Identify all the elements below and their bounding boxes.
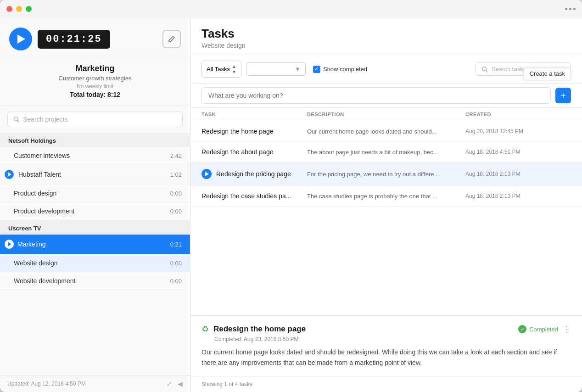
task-table: TASK DESCRIPTION CREATED Redesign the ho… [190, 108, 582, 315]
task-playing-indicator [201, 169, 212, 179]
traffic-lights [6, 6, 32, 12]
project-item-website-development[interactable]: Website development 0:00 [0, 272, 190, 290]
task-description: The about page just needs a bit of makeu… [307, 149, 465, 156]
project-item-marketing[interactable]: Marketing 0:21 [0, 235, 190, 254]
column-header-description: DESCRIPTION [307, 112, 465, 117]
play-triangle-icon [205, 172, 209, 176]
main-panel: Tasks Website design All Tasks ▲ ▼ ▼ [190, 18, 582, 392]
main-header: Tasks Website design [190, 18, 582, 55]
more-options-button[interactable]: ⋮ [563, 324, 571, 334]
filter-value: All Tasks [207, 66, 230, 73]
detail-header: ♻ Redesign the home page ✓ Completed ⋮ [201, 324, 571, 334]
project-time-label: 1:02 [170, 171, 182, 178]
table-row[interactable]: Redesign the home page Our current home … [190, 121, 582, 142]
page-subtitle: Website design [201, 42, 571, 49]
search-tasks-icon [481, 66, 488, 73]
search-projects-input[interactable] [23, 116, 177, 123]
search-icon [13, 116, 19, 123]
project-time-label: 0:00 [170, 260, 182, 267]
edit-icon [168, 35, 175, 43]
group-select[interactable]: ▼ [246, 62, 306, 76]
create-task-tooltip: Create a task [524, 67, 571, 80]
task-created: Aug 20, 2018 12:45 PM [465, 128, 571, 134]
task-created: Aug 18, 2018 4:51 PM [465, 149, 571, 155]
project-item-product-design[interactable]: Product design 0:00 [0, 185, 190, 202]
task-name-cell: Redesign the about page [201, 148, 307, 156]
project-name-label: Hubstaff Talent [18, 171, 170, 178]
group-header-uscreen: Uscreen TV [0, 220, 190, 235]
project-name-label: Customer inteviews [14, 152, 170, 159]
play-triangle [8, 242, 11, 246]
page-title: Tasks [201, 27, 571, 41]
timer-play-button[interactable] [9, 28, 32, 50]
collapse-icon[interactable]: ◀ [178, 380, 183, 387]
task-created: Aug 18, 2018 2:13 PM [465, 171, 571, 177]
detail-task-title: Redesign the home page [213, 325, 514, 334]
task-name-cell: Redesign the pricing page [201, 169, 307, 179]
recycle-icon: ♻ [201, 324, 209, 334]
quick-add-row: Create a task + [190, 84, 582, 108]
chevron-down-icon: ▼ [295, 66, 301, 73]
footer-icons: ⤢ ◀ [167, 380, 183, 387]
timer-display: 00:21:25 [38, 30, 110, 49]
edit-button[interactable] [162, 30, 181, 48]
project-name-label: Website design [14, 259, 170, 267]
detail-body: Our current home page looks dated and sh… [201, 347, 571, 368]
filter-select[interactable]: All Tasks ▲ ▼ [201, 61, 241, 78]
expand-icon[interactable]: ⤢ [167, 380, 172, 387]
task-detail-panel: ♻ Redesign the home page ✓ Completed ⋮ C… [190, 315, 582, 376]
search-box[interactable] [7, 112, 183, 127]
add-task-button[interactable]: + [555, 88, 571, 103]
task-name-cell: Redesign the home page [201, 128, 307, 135]
status-bar: Showing 1 of 4 tasks [190, 376, 582, 392]
project-name-label: Product design [14, 190, 170, 197]
minimize-button[interactable] [16, 6, 22, 12]
project-time-label: 0:00 [170, 278, 182, 285]
menu-dots[interactable] [565, 8, 576, 10]
task-name: Redesign the home page [201, 128, 273, 135]
no-limit-label: No weekly limit [9, 83, 181, 90]
detail-status: ✓ Completed [518, 325, 558, 333]
completed-checkbox[interactable]: ✓ [313, 66, 320, 73]
project-list: Netsoft Holdings Customer inteviews 2:42… [0, 133, 190, 375]
show-completed-label: Show completed [323, 66, 367, 73]
table-row[interactable]: Redesign the about page The about page j… [190, 142, 582, 162]
project-item-hubstaff-talent[interactable]: Hubstaff Talent 1:02 [0, 165, 190, 185]
table-row[interactable]: Redesign the case studies pa... The case… [190, 186, 582, 207]
play-icon [17, 34, 25, 44]
project-playing-icon [5, 170, 14, 179]
show-completed-toggle[interactable]: ✓ Show completed [313, 66, 367, 73]
project-item-customer-interviews[interactable]: Customer inteviews 2:42 [0, 147, 190, 165]
task-name: Redesign the case studies pa... [201, 192, 291, 200]
app-window: 00:21:25 Marketing Customer growth strat… [0, 0, 582, 392]
project-time-label: 0:00 [170, 208, 182, 215]
project-item-website-design[interactable]: Website design 0:00 [0, 254, 190, 272]
total-today: Total today: 8:12 [9, 91, 181, 98]
project-item-product-development[interactable]: Product development 0:00 [0, 202, 190, 220]
project-search-container [0, 106, 190, 133]
task-name-cell: Redesign the case studies pa... [201, 192, 307, 200]
sidebar-footer: Updated: Aug 12, 2018 4:50 PM ⤢ ◀ [0, 375, 190, 392]
sidebar: 00:21:25 Marketing Customer growth strat… [0, 18, 190, 392]
project-time-label: 2:42 [170, 152, 182, 159]
maximize-button[interactable] [26, 6, 32, 12]
table-row[interactable]: Redesign the pricing page For the pricin… [190, 162, 582, 186]
close-button[interactable] [6, 6, 12, 12]
project-playing-icon [5, 240, 14, 249]
select-arrows-icon: ▲ ▼ [232, 64, 236, 74]
task-description: Our current home page looks dated and sh… [307, 128, 465, 135]
column-header-task: TASK [201, 112, 307, 117]
svg-line-3 [486, 70, 488, 72]
project-name-label: Marketing [17, 241, 170, 248]
updated-label: Updated: Aug 12, 2018 4:50 PM [7, 381, 86, 387]
task-name: Redesign the pricing page [216, 170, 291, 178]
quick-add-input[interactable] [201, 87, 551, 104]
timer-section: 00:21:25 [0, 18, 190, 58]
project-desc: Customer growth strategies [9, 75, 181, 82]
group-header-netsoft: Netsoft Holdings [0, 133, 190, 147]
project-name-label: Website development [14, 277, 170, 285]
status-label: Completed [529, 326, 558, 333]
project-name: Marketing [9, 64, 181, 73]
play-triangle [8, 172, 11, 177]
detail-date: Completed: Aug 23, 2018 8:50 PM [214, 336, 571, 342]
